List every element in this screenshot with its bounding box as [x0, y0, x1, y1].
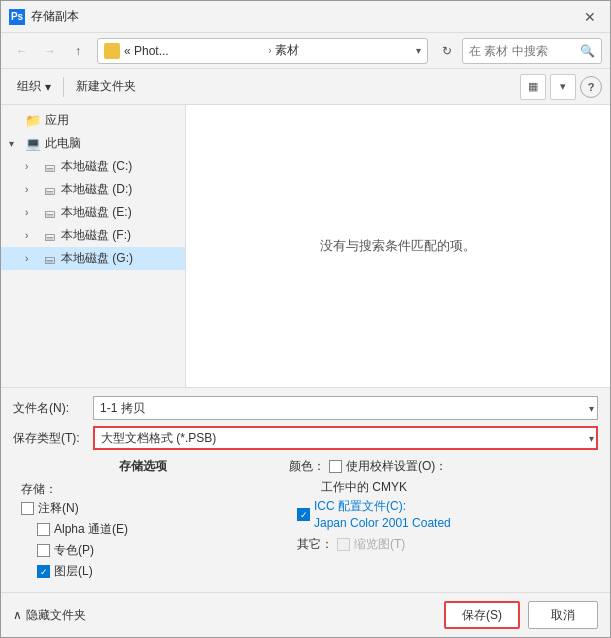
- dialog-title: 存储副本: [31, 8, 578, 25]
- search-bar[interactable]: 🔍: [462, 38, 602, 64]
- view-dropdown[interactable]: ▾: [550, 74, 576, 100]
- filetype-input[interactable]: [93, 426, 598, 450]
- option-spot-text: 专色(P): [54, 542, 94, 559]
- checkbox-spot[interactable]: [37, 544, 50, 557]
- icc-label[interactable]: ICC 配置文件(C): Japan Color 2001 Coated: [297, 498, 451, 532]
- working-cmyk-row: 工作中的 CMYK: [289, 479, 598, 496]
- drive-icon-e: 🖴: [41, 205, 57, 221]
- sidebar-label-app: 应用: [45, 112, 69, 129]
- address-dropdown-arrow[interactable]: ▾: [416, 45, 421, 56]
- address-bar[interactable]: « Phot... › 素材 ▾: [97, 38, 428, 64]
- save-button[interactable]: 保存(S): [444, 601, 520, 629]
- checkbox-use-proof[interactable]: [329, 460, 342, 473]
- sidebar-label-this-pc: 此电脑: [45, 135, 81, 152]
- sidebar-item-app[interactable]: 📁 应用: [1, 109, 185, 132]
- filetype-label: 保存类型(T):: [13, 430, 93, 447]
- file-tree-sidebar: 📁 应用 ▾ 💻 此电脑 › 🖴 本地磁盘 (C:) › 🖴 本地磁盘 (D:)…: [1, 105, 186, 387]
- option-annotation-text: 注释(N): [38, 500, 79, 517]
- search-input[interactable]: [469, 44, 580, 58]
- checkbox-layers[interactable]: [37, 565, 50, 578]
- organize-label: 组织: [17, 78, 41, 95]
- thumbnail-text: 缩览图(T): [354, 536, 405, 553]
- tree-arrow-c: ›: [25, 161, 41, 172]
- bottom-bar: ∧ 隐藏文件夹 保存(S) 取消: [1, 592, 610, 637]
- close-button[interactable]: ✕: [578, 5, 602, 29]
- up-button[interactable]: ↑: [65, 38, 91, 64]
- new-folder-button[interactable]: 新建文件夹: [68, 75, 144, 99]
- other-row: 其它： 缩览图(T): [289, 536, 598, 553]
- checkbox-icc[interactable]: [297, 508, 310, 521]
- folder-icon: [104, 43, 120, 59]
- filetype-row: 保存类型(T): ▾: [13, 426, 598, 450]
- option-annotation-label[interactable]: 注释(N): [21, 500, 79, 517]
- address-part1: « Phot...: [124, 44, 265, 58]
- drive-icon-f: 🖴: [41, 228, 57, 244]
- file-fields-section: 文件名(N): ▾ 保存类型(T): ▾ 存储选项 存储： 注释(N): [1, 387, 610, 592]
- icc-text: ICC 配置文件(C): Japan Color 2001 Coated: [314, 498, 451, 532]
- hide-folder-arrow: ∧: [13, 608, 22, 622]
- sidebar-item-drive-g[interactable]: › 🖴 本地磁盘 (G:): [1, 247, 185, 270]
- forward-button[interactable]: →: [37, 38, 63, 64]
- organize-button[interactable]: 组织 ▾: [9, 75, 59, 99]
- checkbox-annotation[interactable]: [21, 502, 34, 515]
- other-label-text: 其它：: [297, 536, 333, 553]
- color-section: 颜色： 使用校样设置(O)： 工作中的 CMYK ICC 配: [289, 458, 598, 532]
- filename-input[interactable]: [93, 396, 598, 420]
- use-proof-label[interactable]: 使用校样设置(O)：: [329, 458, 447, 475]
- drive-icon-d: 🖴: [41, 182, 57, 198]
- sidebar-label-g: 本地磁盘 (G:): [61, 250, 133, 267]
- hide-folder-button[interactable]: ∧ 隐藏文件夹: [13, 607, 86, 624]
- sidebar-item-drive-d[interactable]: › 🖴 本地磁盘 (D:): [1, 178, 185, 201]
- address-part2: 素材: [275, 42, 416, 59]
- filename-label: 文件名(N):: [13, 400, 93, 417]
- icc-row: ICC 配置文件(C): Japan Color 2001 Coated: [289, 498, 598, 532]
- organize-arrow: ▾: [45, 80, 51, 94]
- option-alpha-label[interactable]: Alpha 通道(E): [37, 521, 128, 538]
- drive-icon-c: 🖴: [41, 159, 57, 175]
- bottom-actions: 保存(S) 取消: [444, 601, 598, 629]
- icc-profile-text: Japan Color 2001 Coated: [314, 516, 451, 530]
- toolbar: 组织 ▾ 新建文件夹 ▦ ▾ ?: [1, 69, 610, 105]
- hide-folder-label: 隐藏文件夹: [26, 607, 86, 624]
- app-icon: Ps: [9, 9, 25, 25]
- color-section-label: 颜色：: [289, 458, 325, 475]
- option-layers-text: 图层(L): [54, 563, 93, 580]
- toolbar-separator: [63, 77, 64, 97]
- filename-input-wrapper: ▾: [93, 396, 598, 420]
- option-alpha-text: Alpha 通道(E): [54, 521, 128, 538]
- save-options-left: 存储选项 存储： 注释(N) Alpha 通道(E): [13, 458, 273, 584]
- nav-bar: ← → ↑ « Phot... › 素材 ▾ ↻ 🔍: [1, 33, 610, 69]
- option-alpha-row: Alpha 通道(E): [13, 521, 273, 538]
- thumbnail-label[interactable]: 缩览图(T): [337, 536, 405, 553]
- save-options-section: 存储选项 存储： 注释(N) Alpha 通道(E): [13, 458, 598, 584]
- title-bar: Ps 存储副本 ✕: [1, 1, 610, 33]
- address-separator: ›: [268, 45, 271, 56]
- sidebar-item-drive-c[interactable]: › 🖴 本地磁盘 (C:): [1, 155, 185, 178]
- cancel-button[interactable]: 取消: [528, 601, 598, 629]
- option-spot-row: 专色(P): [13, 542, 273, 559]
- save-options-right: 颜色： 使用校样设置(O)： 工作中的 CMYK ICC 配: [289, 458, 598, 584]
- filetype-input-wrapper: ▾: [93, 426, 598, 450]
- tree-arrow-this-pc: ▾: [9, 138, 25, 149]
- view-button[interactable]: ▦: [520, 74, 546, 100]
- sidebar-item-this-pc[interactable]: ▾ 💻 此电脑: [1, 132, 185, 155]
- sidebar-item-drive-f[interactable]: › 🖴 本地磁盘 (F:): [1, 224, 185, 247]
- checkbox-alpha[interactable]: [37, 523, 50, 536]
- sidebar-item-drive-e[interactable]: › 🖴 本地磁盘 (E:): [1, 201, 185, 224]
- tree-arrow-d: ›: [25, 184, 41, 195]
- option-annotation-row: 注释(N): [13, 500, 273, 517]
- option-spot-label[interactable]: 专色(P): [37, 542, 94, 559]
- option-layers-row: 图层(L): [13, 563, 273, 580]
- checkbox-thumbnail[interactable]: [337, 538, 350, 551]
- refresh-button[interactable]: ↻: [434, 38, 460, 64]
- use-proof-text: 使用校样设置(O)：: [346, 458, 447, 475]
- help-button[interactable]: ?: [580, 76, 602, 98]
- storage-label: 存储：: [13, 481, 273, 498]
- back-button[interactable]: ←: [9, 38, 35, 64]
- folder-icon-this-pc: 💻: [25, 136, 41, 152]
- new-folder-label: 新建文件夹: [76, 78, 136, 95]
- option-layers-label[interactable]: 图层(L): [37, 563, 93, 580]
- save-options-title: 存储选项: [13, 458, 273, 475]
- sidebar-label-d: 本地磁盘 (D:): [61, 181, 132, 198]
- content-area: 📁 应用 ▾ 💻 此电脑 › 🖴 本地磁盘 (C:) › 🖴 本地磁盘 (D:)…: [1, 105, 610, 387]
